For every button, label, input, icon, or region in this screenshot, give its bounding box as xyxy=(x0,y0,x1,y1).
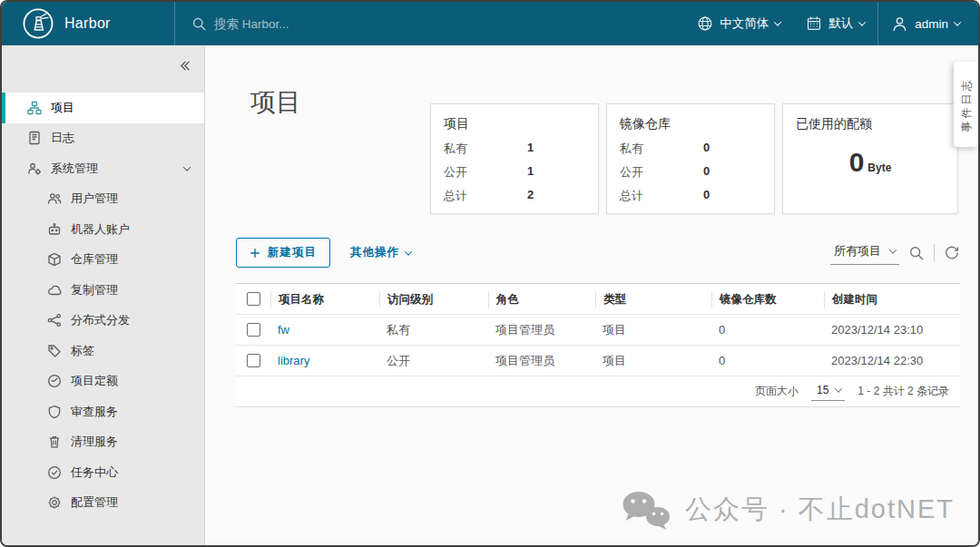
cell-repo-count: 0 xyxy=(711,354,824,367)
chevron-down-icon xyxy=(954,18,961,25)
cell-access: 公开 xyxy=(379,353,488,369)
user-menu[interactable]: admin xyxy=(878,2,978,45)
cell-role: 项目管理员 xyxy=(488,322,595,338)
sidebar-item-garbage-collection[interactable]: 清理服务 xyxy=(2,427,204,458)
sidebar-item-system-admin[interactable]: 系统管理 xyxy=(2,153,204,184)
projects-table: 项目名称 访问级别 角色 类型 镜像仓库数 创建时间 fw 私有 项目管理员 项… xyxy=(236,283,960,407)
stat-label: 私有 xyxy=(444,141,527,157)
registry-cube-icon xyxy=(47,252,62,267)
quota-gauge-icon xyxy=(47,374,62,388)
sidebar-item-label: 标签 xyxy=(71,343,94,359)
quota-card: 已使用的配额 0Byte xyxy=(782,103,958,214)
chevron-down-icon xyxy=(183,163,191,171)
table-footer: 页面大小 15 1 - 2 共计 2 条记录 xyxy=(236,376,960,406)
column-header-role[interactable]: 角色 xyxy=(488,291,595,308)
tag-icon xyxy=(47,344,62,358)
cell-created: 2023/12/14 23:10 xyxy=(824,323,960,337)
replication-cloud-icon xyxy=(47,283,62,298)
chevron-down-icon xyxy=(405,248,412,255)
column-header-access[interactable]: 访问级别 xyxy=(379,291,488,308)
row-checkbox[interactable] xyxy=(247,323,260,337)
sidebar-item-project-quotas[interactable]: 项目定额 xyxy=(2,366,204,397)
calendar-icon xyxy=(806,15,822,32)
sidebar-item-user-management[interactable]: 用户管理 xyxy=(2,184,204,215)
theme-menu[interactable]: 默认 xyxy=(793,2,877,45)
theme-label: 默认 xyxy=(828,15,853,32)
row-checkbox[interactable] xyxy=(247,354,260,367)
project-filter-select[interactable]: 所有项目 xyxy=(830,240,899,265)
column-header-name[interactable]: 项目名称 xyxy=(270,291,379,308)
event-log-tab[interactable]: 事件日志 xyxy=(954,62,978,147)
global-search xyxy=(175,16,684,32)
sidebar-item-label: 项目 xyxy=(51,100,74,116)
sidebar-item-labels[interactable]: 标签 xyxy=(2,336,204,366)
more-actions-label: 其他操作 xyxy=(350,245,399,260)
records-range: 1 - 2 共计 2 条记录 xyxy=(858,384,949,399)
quota-value: 0 xyxy=(849,147,865,177)
globe-icon xyxy=(697,15,713,32)
collapse-double-chevron-icon[interactable] xyxy=(178,59,191,73)
refresh-button[interactable] xyxy=(944,245,960,261)
projects-toolbar: 新建项目 其他操作 所有项目 xyxy=(236,238,960,268)
event-log-tab-label: 事件日志 xyxy=(958,77,974,132)
stat-value: 2 xyxy=(527,188,534,204)
page-size-select[interactable]: 15 xyxy=(811,382,845,401)
distribution-share-icon xyxy=(47,313,62,327)
cell-type: 项目 xyxy=(595,353,711,369)
projects-icon xyxy=(27,101,42,115)
sidebar-item-job-center[interactable]: 任务中心 xyxy=(2,457,204,488)
shield-icon xyxy=(47,405,62,419)
column-header-created[interactable]: 创建时间 xyxy=(824,291,960,308)
stat-label: 私有 xyxy=(620,141,703,157)
stat-value: 0 xyxy=(703,141,710,157)
table-row: fw 私有 项目管理员 项目 0 2023/12/14 23:10 xyxy=(236,314,960,345)
sidebar-item-label: 复制管理 xyxy=(71,282,118,298)
project-name-link[interactable]: fw xyxy=(278,323,289,337)
sidebar-item-replications[interactable]: 复制管理 xyxy=(2,275,204,306)
sidebar-item-distribution[interactable]: 分布式分发 xyxy=(2,306,204,337)
table-search-button[interactable] xyxy=(908,245,925,261)
sidebar-item-configuration[interactable]: 配置管理 xyxy=(2,488,204,519)
job-center-icon xyxy=(47,465,62,480)
sidebar-item-label: 日志 xyxy=(51,130,74,146)
projects-card: 项目 私有1 公开1 总计2 xyxy=(430,103,599,214)
trash-icon xyxy=(47,435,62,449)
card-title: 镜像仓库 xyxy=(620,116,761,132)
stat-label: 公开 xyxy=(444,164,527,181)
column-header-type[interactable]: 类型 xyxy=(595,291,711,308)
card-title: 已使用的配额 xyxy=(796,116,945,132)
chevron-down-icon xyxy=(835,385,842,392)
more-actions-button[interactable]: 其他操作 xyxy=(350,245,411,260)
table-header-row: 项目名称 访问级别 角色 类型 镜像仓库数 创建时间 xyxy=(236,284,960,314)
sidebar-item-robot-accounts[interactable]: 机器人账户 xyxy=(2,214,204,245)
plus-icon xyxy=(250,248,260,259)
sidebar-item-label: 仓库管理 xyxy=(71,251,118,268)
main-content: 项目 项目 私有1 公开1 总计2 镜像仓库 私有0 公开0 总计0 已使用的配… xyxy=(205,45,978,545)
stat-label: 公开 xyxy=(620,164,703,181)
users-icon xyxy=(47,191,62,206)
refresh-icon xyxy=(944,245,960,261)
cell-type: 项目 xyxy=(595,322,711,338)
search-input[interactable] xyxy=(214,17,505,31)
sidebar-item-logs[interactable]: 日志 xyxy=(2,123,204,154)
sidebar-item-registries[interactable]: 仓库管理 xyxy=(2,245,204,276)
watermark-text: 公众号 · 不止dotNET xyxy=(685,492,955,528)
robot-icon xyxy=(47,222,62,237)
select-all-checkbox[interactable] xyxy=(247,292,260,306)
column-header-repo-count[interactable]: 镜像仓库数 xyxy=(711,291,824,308)
cell-created: 2023/12/14 22:30 xyxy=(824,354,960,367)
sidebar-item-projects[interactable]: 项目 xyxy=(2,93,204,123)
cell-access: 私有 xyxy=(379,322,488,338)
brand[interactable]: Harbor xyxy=(2,7,174,40)
cell-role: 项目管理员 xyxy=(488,353,595,369)
sidebar-item-interrogation-services[interactable]: 审查服务 xyxy=(2,396,204,427)
stat-value: 0 xyxy=(703,164,710,181)
project-name-link[interactable]: library xyxy=(278,354,309,367)
new-project-button[interactable]: 新建项目 xyxy=(236,238,330,268)
sidebar-item-label: 系统管理 xyxy=(51,161,98,177)
search-icon xyxy=(908,245,925,261)
language-menu[interactable]: 中文简体 xyxy=(684,2,793,45)
table-row: library 公开 项目管理员 项目 0 2023/12/14 22:30 xyxy=(236,345,960,376)
gear-icon xyxy=(47,495,62,510)
filter-selected-label: 所有项目 xyxy=(834,243,881,259)
